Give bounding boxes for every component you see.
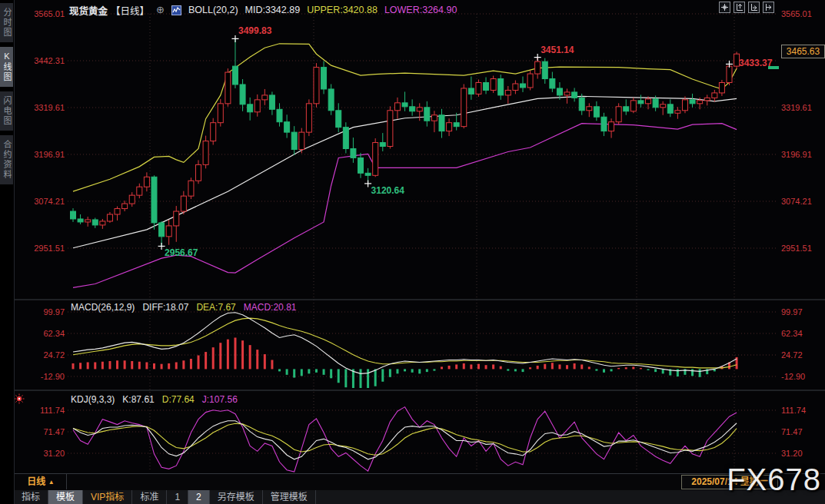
x-axis-scale-icon[interactable] [748, 2, 760, 13]
symbol-name: 现货黄金 [69, 3, 108, 18]
toolbar-tab-vip-indicators[interactable]: VIP指标 [83, 490, 132, 504]
y-axis-label: 3196.91 [14, 149, 65, 160]
price-annotation: 3451.14 [541, 45, 574, 55]
y-axis-label: 3565.01 [781, 8, 824, 19]
y-axis-label: 3196.91 [781, 149, 824, 160]
macd-axis-label: 24.72 [781, 350, 824, 360]
sidebar-tab-lightning[interactable]: 闪电图 [0, 91, 13, 131]
kdj-indicator-label: KDJ(9,3,3) [71, 394, 115, 405]
price-annotation: 2956.67 [165, 247, 198, 258]
toolbar-tab-indicators[interactable]: 指标 [14, 490, 48, 504]
price-annotation: 3120.64 [371, 185, 404, 196]
kdj-header: KDJ(9,3,3) K:87.61 D:77.64 J:107.56 [71, 394, 238, 405]
price-annotation: 3499.83 [238, 25, 271, 36]
macd-axis-label: 99.97 [14, 307, 65, 317]
price-annotation: 3433.37 [739, 58, 772, 68]
indicator-chart-icon[interactable] [171, 5, 181, 15]
sidebar-tab-kline[interactable]: K线图 [0, 47, 13, 87]
macd-axis-label: 62.34 [14, 328, 65, 339]
boll-upper-value: UPPER:3420.88 [307, 5, 378, 15]
sidebar-tab-contract-info[interactable]: 合约资料 [0, 135, 13, 184]
chart-tool-icons [719, 2, 774, 13]
boll-mid-value: MID:3342.89 [245, 5, 301, 15]
kdj-j-value: J:107.56 [202, 394, 238, 405]
kdj-axis-label: 111.74 [14, 405, 65, 416]
chart-header: 现货黄金 【日线】 ⊕ BOLL(20,2) MID:3342.89 UPPER… [69, 3, 457, 17]
indicator-alarm-icon[interactable] [14, 393, 25, 404]
left-sidebar: 分时图 K线图 闪电图 合约资料 [0, 0, 15, 504]
toolbar-tab-templates[interactable]: 模板 [48, 490, 83, 504]
macd-indicator-label: MACD(26,12,9) [71, 302, 135, 313]
crosshair-icon[interactable] [719, 2, 730, 13]
boll-lower-value: LOWER:3264.90 [384, 5, 457, 15]
period-selector[interactable]: 日线 ▲ [15, 474, 67, 489]
axis-shift-icon[interactable] [763, 2, 774, 13]
macd-value: MACD:20.81 [244, 302, 297, 313]
y-axis-label: 3319.61 [781, 102, 824, 113]
y-axis-label: 3442.31 [14, 55, 65, 66]
y-axis-scale-icon[interactable] [734, 2, 745, 13]
toolbar-tab-standard[interactable]: 标准 [132, 490, 167, 504]
period-label: 【日线】 [111, 3, 149, 18]
toolbar-save-template[interactable]: 另存模板 [210, 490, 263, 504]
y-axis-label: 2951.51 [781, 243, 824, 254]
kdj-axis-label: 31.20 [14, 448, 65, 459]
latest-price-tag: 3465.63 [781, 45, 825, 58]
fx678-watermark: FX678 [727, 463, 821, 497]
macd-diff-value: DIFF:18.07 [142, 302, 188, 313]
macd-axis-label: 24.72 [14, 350, 65, 360]
kdj-axis-label: 31.20 [781, 448, 824, 459]
sidebar-tab-timeshare[interactable]: 分时图 [0, 3, 13, 42]
bottom-toolbar: 指标 模板 VIP指标 标准 1 2 另存模板 管理模板 [14, 490, 825, 504]
y-axis-label: 3319.61 [14, 102, 65, 113]
y-axis-label: 3565.01 [14, 8, 65, 19]
kdj-axis-label: 71.47 [14, 426, 65, 437]
period-dropdown-arrow-icon: ▲ [48, 479, 55, 486]
macd-axis-label: -12.90 [781, 371, 824, 382]
macd-axis-label: -12.90 [14, 371, 65, 382]
y-axis-label: 2951.51 [14, 243, 65, 254]
period-selector-label: 日线 [27, 476, 45, 487]
circle-plus-icon[interactable]: ⊕ [156, 5, 165, 15]
macd-axis-label: 62.34 [781, 328, 824, 339]
boll-indicator-label: BOLL(20,2) [188, 5, 238, 15]
kdj-d-value: D:77.64 [162, 394, 195, 405]
macd-axis-label: 99.97 [781, 307, 824, 317]
y-axis-label: 3074.21 [781, 196, 824, 207]
trading-app-window: 分时图 K线图 闪电图 合约资料 现货黄金 【日线】 ⊕ BOLL(20,2) … [0, 0, 825, 504]
x-axis-row: 日线 ▲ 2025/07/14 星期一 [14, 473, 825, 491]
kdj-axis-label: 111.74 [781, 405, 824, 416]
toolbar-tab-1[interactable]: 1 [167, 490, 188, 504]
macd-header: MACD(26,12,9) DIFF:18.07 DEA:7.67 MACD:2… [71, 302, 296, 313]
y-axis-label: 3074.21 [14, 196, 65, 207]
kdj-axis-label: 71.47 [781, 426, 824, 437]
kdj-k-value: K:87.61 [122, 394, 154, 405]
macd-dea-value: DEA:7.67 [196, 302, 235, 313]
toolbar-tab-2[interactable]: 2 [188, 490, 210, 504]
toolbar-manage-templates[interactable]: 管理模板 [263, 490, 316, 504]
